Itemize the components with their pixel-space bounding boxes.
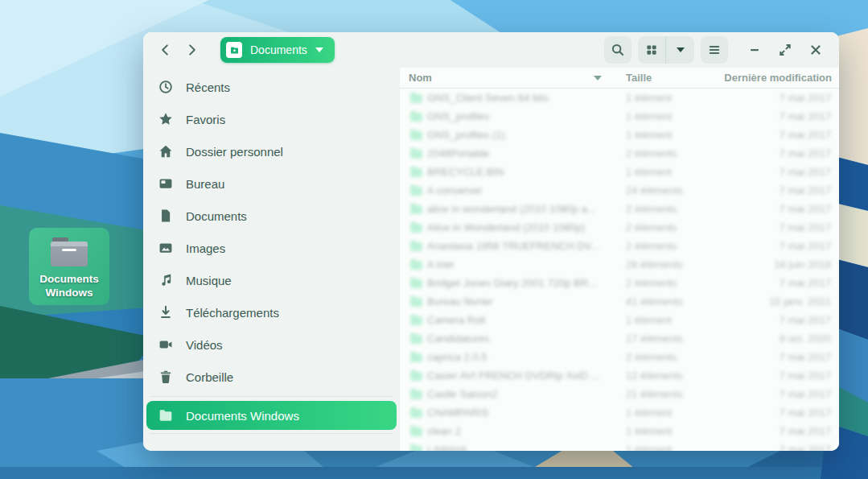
column-header-name[interactable]: Nom [400, 72, 594, 84]
grid-view-button[interactable] [638, 36, 665, 64]
file-row[interactable]: Bridget Jones Diary 2001 720p BR... 2 él… [400, 274, 839, 292]
file-modified: 7 mai 2017 [722, 203, 839, 215]
desktop-icon-documents-windows[interactable]: Documents Windows [29, 228, 109, 305]
location-button[interactable]: Documents [220, 37, 335, 63]
file-row[interactable]: Camera Roll 1 élément 7 mai 2017 [400, 311, 839, 329]
file-row[interactable]: Casier AVI FRENCH DVDRip XviD ... 12 élé… [400, 366, 839, 385]
sidebar-item-recents[interactable]: Récents [143, 71, 400, 103]
file-size: 2 éléments [626, 147, 722, 159]
file-name: Casier AVI FRENCH DVDRip XviD ... [427, 370, 626, 382]
chevron-down-icon [315, 47, 323, 52]
minimize-button[interactable] [743, 38, 767, 62]
file-name: Anastasia 1956 TRUEFRENCH DV... [427, 240, 626, 252]
file-modified: 7 mai 2017 [722, 444, 839, 451]
file-name: A trier [427, 258, 626, 270]
file-row[interactable]: A conserver 24 éléments 7 mai 2017 [400, 181, 839, 200]
sidebar-item-label: Images [186, 242, 225, 255]
sidebar-item-videos[interactable]: Vidéos [143, 328, 400, 361]
file-name: Candidatures [427, 332, 626, 345]
file-row[interactable]: Anastasia 1956 TRUEFRENCH DV... 2 élémen… [400, 237, 839, 255]
file-name: Alice in Wonderland (2010 1080p) [427, 221, 626, 233]
file-row[interactable]: clean 2 1 élément 7 mai 2017 [400, 422, 839, 440]
file-row[interactable]: GNS_Client Seven 64 bits 1 élément 7 mai… [400, 89, 839, 107]
restore-icon [778, 43, 792, 57]
sidebar-item-documents-windows[interactable]: Documents Windows [146, 401, 397, 430]
sidebar-item-dossier-personnel[interactable]: Dossier personnel [143, 135, 400, 167]
folder-icon [410, 333, 422, 344]
music-icon [158, 273, 173, 287]
clock-icon [158, 80, 173, 94]
sidebar-item-documents[interactable]: Documents [143, 200, 400, 232]
file-name: CNAMPARIS [427, 407, 626, 419]
view-options-button[interactable] [665, 36, 694, 64]
file-modified: 7 mai 2017 [722, 277, 839, 289]
list-column-headers: Nom Taille Dernière modification [400, 68, 839, 89]
folder-icon [410, 241, 422, 251]
sidebar-item-telechargements[interactable]: Téléchargements [143, 296, 400, 328]
file-modified: 7 mai 2017 [722, 129, 839, 141]
file-modified: 9 oct. 2020 [722, 332, 839, 345]
maximize-button[interactable] [773, 38, 797, 62]
file-row[interactable]: Candidatures 17 éléments 9 oct. 2020 [400, 329, 839, 348]
folder-icon [410, 167, 422, 177]
file-name: GNS_profiles [427, 110, 626, 122]
search-button[interactable] [604, 36, 631, 64]
file-size: 12 éléments [626, 370, 722, 382]
folder-icon [410, 426, 422, 436]
sidebar-item-label: Récents [186, 81, 230, 94]
file-modified: 18 juin 2018 [722, 258, 839, 270]
arrow-left-icon [158, 43, 172, 57]
folder-icon [410, 407, 422, 418]
sidebar-item-images[interactable]: Images [143, 232, 400, 264]
sidebar-item-label: Corbeille [186, 370, 233, 384]
sidebar-item-label: Documents [186, 209, 247, 223]
video-icon [158, 337, 173, 352]
download-icon [158, 305, 173, 320]
sidebar-item-corbeille[interactable]: Corbeille [143, 361, 400, 393]
grid-icon [644, 43, 659, 57]
file-size: 21 éléments [626, 388, 722, 400]
sidebar-separator [150, 433, 393, 434]
menu-button[interactable] [701, 36, 728, 64]
forward-button[interactable] [182, 39, 203, 60]
file-row[interactable]: A trier 28 éléments 18 juin 2018 [400, 255, 839, 274]
file-row[interactable]: GNS_profiles 1 élément 7 mai 2017 [400, 107, 839, 126]
desktop-icon [158, 176, 173, 191]
file-row[interactable]: GNS_profiles (1) 1 élément 7 mai 2017 [400, 126, 839, 144]
folder-icon [410, 278, 422, 288]
file-row[interactable]: LAWAHL 1 élément 7 mai 2017 [400, 440, 839, 451]
sidebar-item-musique[interactable]: Musique [143, 264, 400, 296]
file-row[interactable]: Castle Saison2 21 éléments 7 mai 2017 [400, 385, 839, 403]
file-modified: 7 mai 2017 [722, 240, 839, 252]
file-size: 1 élément [626, 407, 722, 419]
file-size: 1 élément [626, 166, 722, 178]
file-modified: 7 mai 2017 [722, 314, 839, 326]
close-button[interactable] [804, 38, 828, 62]
sidebar-item-label: Dossier personnel [186, 145, 283, 159]
file-size: 2 éléments [626, 351, 722, 363]
file-row[interactable]: alice in wonderland (2010 1080p a... 2 é… [400, 200, 839, 218]
sort-descending-icon [594, 76, 602, 81]
file-rows: GNS_Client Seven 64 bits 1 élément 7 mai… [400, 89, 839, 451]
file-modified: 15 janv. 2021 [722, 295, 839, 308]
folder-icon [410, 352, 422, 362]
folder-icon [410, 315, 422, 325]
file-row[interactable]: BRECYCLE.BIN 1 élément 7 mai 2017 [400, 163, 839, 181]
file-row[interactable]: Alice in Wonderland (2010 1080p) 2 éléme… [400, 218, 839, 237]
column-header-size[interactable]: Taille [626, 72, 722, 84]
file-modified: 7 mai 2017 [722, 166, 839, 178]
sidebar-item-favoris[interactable]: Favoris [143, 103, 400, 135]
folder-icon [410, 259, 422, 270]
file-row[interactable]: Bureau février 41 éléments 15 janv. 2021 [400, 292, 839, 311]
back-button[interactable] [154, 39, 175, 60]
file-row[interactable]: 2048Portable 2 éléments 7 mai 2017 [400, 144, 839, 163]
file-row[interactable]: caprica 2.0.5 2 éléments 7 mai 2017 [400, 348, 839, 366]
headerbar: Documents [143, 32, 839, 68]
trash-icon [158, 370, 173, 384]
file-size: 1 élément [626, 110, 722, 122]
folder-icon [158, 408, 173, 423]
sidebar-item-bureau[interactable]: Bureau [143, 167, 400, 200]
folder-icon [410, 296, 422, 307]
column-header-modified[interactable]: Dernière modification [722, 72, 839, 84]
file-row[interactable]: CNAMPARIS 1 élément 7 mai 2017 [400, 403, 839, 422]
